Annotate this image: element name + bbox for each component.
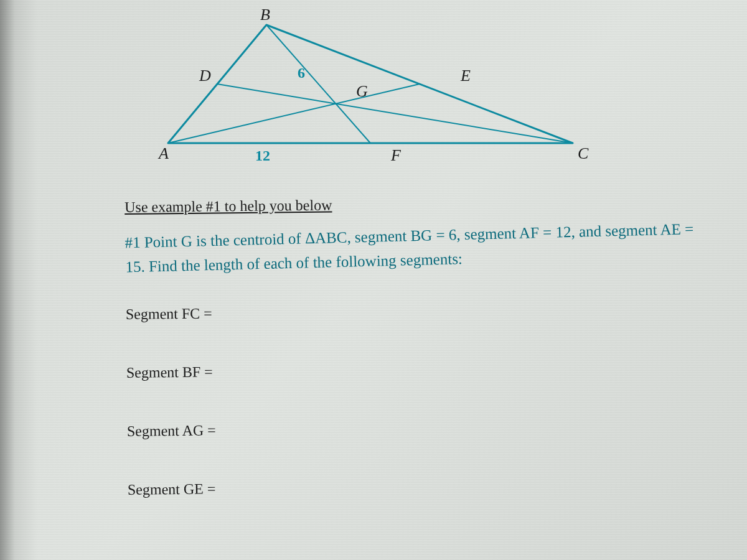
segment-fc-label: Segment FC = (126, 305, 212, 322)
median-ae (168, 84, 420, 143)
segment-bf-line: Segment BF = (126, 359, 699, 380)
content-block: Use example #1 to help you below #1 Poin… (125, 193, 701, 540)
segment-bf-label: Segment BF = (126, 363, 213, 380)
triangle-abc (168, 25, 573, 143)
problem-statement: #1 Point G is the centroid of ΔABC, segm… (125, 217, 698, 279)
label-af-12: 12 (255, 147, 270, 164)
segment-fc-line: Segment FC = (126, 301, 698, 322)
hint-text: Use example #1 to help you below (125, 193, 697, 216)
label-b: B (260, 6, 270, 24)
median-bf (266, 25, 370, 143)
segment-ge-label: Segment GE = (128, 480, 216, 497)
label-f: F (390, 146, 402, 164)
segment-ag-label: Segment AG = (127, 422, 216, 439)
triangle-diagram: A B C D E F G 6 12 (125, 6, 598, 174)
label-bg-6: 6 (298, 65, 305, 81)
median-cd (217, 84, 573, 143)
left-edge-shadow (0, 0, 37, 560)
segment-ge-line: Segment GE = (128, 476, 700, 497)
label-d: D (199, 67, 211, 85)
page: A B C D E F G 6 12 Use example #1 to hel… (0, 0, 747, 560)
label-a: A (157, 144, 169, 162)
triangle-svg: A B C D E F G 6 12 (125, 6, 598, 174)
label-e: E (460, 67, 471, 85)
label-g: G (356, 82, 368, 100)
label-c: C (578, 144, 589, 162)
segment-ag-line: Segment AG = (127, 418, 700, 439)
